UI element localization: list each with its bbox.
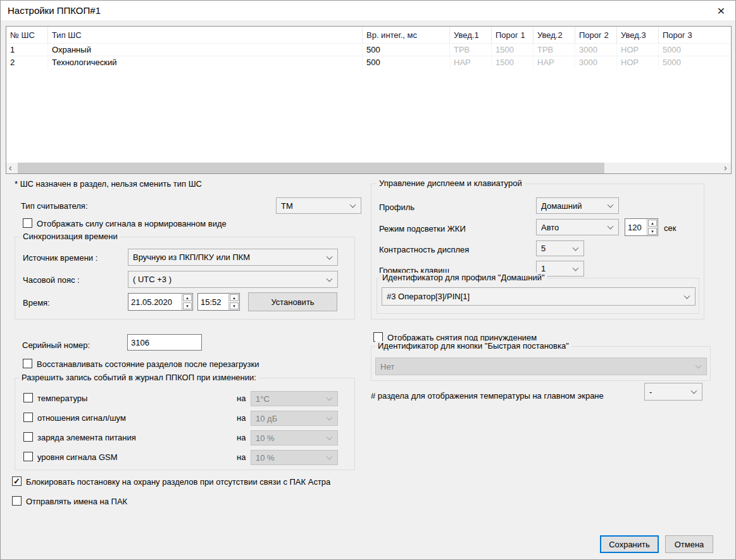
signal-normalized-checkbox[interactable] bbox=[23, 218, 32, 228]
date-spin-buttons: ▲ ▼ bbox=[182, 294, 192, 310]
duress-checkbox[interactable] bbox=[373, 332, 383, 342]
temperature-checkbox[interactable] bbox=[23, 393, 33, 402]
scrollbar-thumb[interactable] bbox=[18, 163, 604, 173]
chevron-down-icon bbox=[327, 253, 333, 259]
column-header-notif2: Увед.2 bbox=[533, 27, 575, 43]
chevron-down-icon bbox=[573, 244, 579, 251]
battery-label: заряда элемента питания bbox=[37, 433, 136, 442]
chevron-down-icon bbox=[327, 434, 333, 440]
spin-down-icon[interactable]: ▼ bbox=[648, 228, 657, 235]
column-header-thresh3: Порог 3 bbox=[659, 27, 731, 43]
reader-type-label: Тип считывателя: bbox=[21, 201, 88, 211]
snr-checkbox[interactable] bbox=[23, 413, 33, 422]
journal-title: Разрешить запись событий в журнал ППКОП … bbox=[19, 373, 259, 382]
temperature-step-combo: 1°C bbox=[251, 391, 338, 406]
scrollbar-track[interactable] bbox=[17, 163, 720, 173]
display-group: Управление дисплеем и клавиатурой Профил… bbox=[371, 184, 704, 320]
close-icon: × bbox=[717, 3, 725, 18]
cell-notif2: НАР bbox=[533, 56, 575, 68]
cell-notif1: НАР bbox=[450, 56, 492, 68]
timezone-label: Часовой пояс : bbox=[23, 275, 80, 285]
cell-integ: 500 bbox=[363, 44, 450, 56]
date-value: 21.05.2020 bbox=[128, 294, 182, 310]
time-spinner[interactable]: 15:52 ▲ ▼ bbox=[197, 293, 240, 311]
block-arming-label: Блокировать постановку на охрану раздело… bbox=[26, 477, 330, 487]
column-header-num: № ШС bbox=[6, 27, 48, 43]
gsm-label: уровня сигнала GSM bbox=[37, 452, 118, 462]
restore-state-checkbox[interactable] bbox=[23, 359, 32, 368]
date-spinner[interactable]: 21.05.2020 ▲ ▼ bbox=[128, 293, 193, 311]
spin-up-icon[interactable]: ▲ bbox=[648, 220, 657, 227]
quick-arm-combo: Нет bbox=[375, 358, 707, 375]
cell-notif1: ТРВ bbox=[450, 44, 492, 56]
on-label: на bbox=[237, 452, 246, 462]
profile-combo[interactable]: Домашний bbox=[536, 197, 619, 214]
spin-down-icon[interactable]: ▼ bbox=[183, 302, 192, 309]
chevron-down-icon bbox=[684, 292, 690, 299]
profile-id-value: #3 Оператор[3]/PIN[1] bbox=[387, 292, 470, 301]
time-spin-buttons: ▲ ▼ bbox=[228, 294, 239, 310]
temp-section-combo[interactable]: - bbox=[644, 383, 702, 401]
battery-step-combo: 10 % bbox=[251, 430, 338, 445]
backlight-seconds-value: 120 bbox=[625, 219, 647, 235]
scroll-left-button[interactable]: ‹ bbox=[6, 163, 17, 173]
send-names-checkbox[interactable] bbox=[12, 496, 22, 506]
column-header-thresh1: Порог 1 bbox=[492, 27, 533, 43]
profile-id-title: Идентификатор для профиля "Домашний" bbox=[380, 273, 547, 282]
time-source-value: Вручную из ПКП/ПКУ или ПКМ bbox=[133, 252, 250, 262]
spin-up-icon[interactable]: ▲ bbox=[230, 294, 239, 301]
timezone-combo[interactable]: ( UTC +3 ) bbox=[128, 271, 338, 288]
cancel-button[interactable]: Отмена bbox=[665, 535, 713, 553]
table-row[interactable]: 1 Охранный 500 ТРВ 1500 ТРВ 3000 НОР 500… bbox=[6, 43, 731, 56]
time-source-combo[interactable]: Вручную из ПКП/ПКУ или ПКМ bbox=[128, 249, 338, 266]
spin-up-icon[interactable]: ▲ bbox=[183, 294, 192, 301]
temp-section-value: - bbox=[649, 387, 652, 397]
chevron-down-icon bbox=[573, 264, 579, 271]
gsm-step-value: 10 % bbox=[256, 453, 275, 463]
on-label: на bbox=[237, 413, 246, 423]
contrast-combo[interactable]: 5 bbox=[536, 240, 584, 256]
column-header-notif1: Увед.1 bbox=[450, 27, 492, 43]
temp-section-label: # раздела для отображения температуры на… bbox=[371, 391, 604, 401]
zones-table: № ШС Тип ШС Вр. интег., мс Увед.1 Порог … bbox=[6, 26, 732, 174]
time-sync-group: Синхронизация времени Источник времени :… bbox=[15, 237, 355, 320]
journal-group: Разрешить запись событий в журнал ППКОП … bbox=[15, 378, 355, 470]
chevron-down-icon bbox=[327, 395, 333, 401]
scroll-right-icon: › bbox=[724, 163, 727, 173]
backlight-value: Авто bbox=[541, 223, 559, 232]
save-button[interactable]: Сохранить bbox=[600, 535, 659, 553]
gsm-checkbox[interactable] bbox=[23, 452, 33, 461]
backlight-seconds-spinner[interactable]: 120 ▲ ▼ bbox=[625, 218, 658, 236]
quick-arm-group: Идентификатор для кнопки "Быстрая постан… bbox=[371, 346, 711, 381]
set-time-button[interactable]: Установить bbox=[248, 292, 337, 311]
backlight-label: Режим подсветки ЖКИ bbox=[379, 224, 466, 233]
contrast-label: Контрастность дисплея bbox=[379, 245, 469, 254]
cell-thresh3: 5000 bbox=[659, 44, 731, 56]
battery-step-value: 10 % bbox=[256, 433, 275, 443]
send-names-label: Отправлять имена на ПАК bbox=[26, 497, 127, 506]
set-time-label: Установить bbox=[271, 297, 314, 307]
backlight-combo[interactable]: Авто bbox=[536, 219, 619, 235]
backlight-spin-buttons: ▲ ▼ bbox=[647, 219, 658, 235]
close-button[interactable]: × bbox=[707, 1, 735, 20]
profile-label: Профиль bbox=[379, 202, 415, 212]
on-label: на bbox=[237, 394, 246, 403]
table-row[interactable]: 2 Технологический 500 НАР 1500 НАР 3000 … bbox=[6, 56, 731, 68]
cell-notif3: НОР bbox=[617, 56, 659, 68]
chevron-down-icon bbox=[691, 388, 697, 394]
spin-down-icon[interactable]: ▼ bbox=[230, 302, 239, 309]
reader-type-combo[interactable]: TM bbox=[276, 197, 361, 214]
column-header-thresh2: Порог 2 bbox=[575, 27, 617, 43]
check-icon: ✓ bbox=[13, 477, 20, 485]
cell-notif3: НОР bbox=[617, 44, 659, 56]
scroll-left-icon: ‹ bbox=[9, 163, 12, 173]
block-arming-checkbox[interactable]: ✓ bbox=[12, 476, 22, 486]
scroll-right-button[interactable]: › bbox=[720, 163, 731, 173]
serial-value: 3106 bbox=[131, 338, 149, 347]
battery-checkbox[interactable] bbox=[23, 432, 33, 442]
serial-field[interactable]: 3106 bbox=[127, 334, 202, 351]
cell-thresh2: 3000 bbox=[575, 44, 617, 56]
profile-id-combo[interactable]: #3 Оператор[3]/PIN[1] bbox=[382, 287, 695, 306]
chevron-down-icon bbox=[350, 202, 356, 208]
reader-type-value: TM bbox=[281, 201, 293, 211]
